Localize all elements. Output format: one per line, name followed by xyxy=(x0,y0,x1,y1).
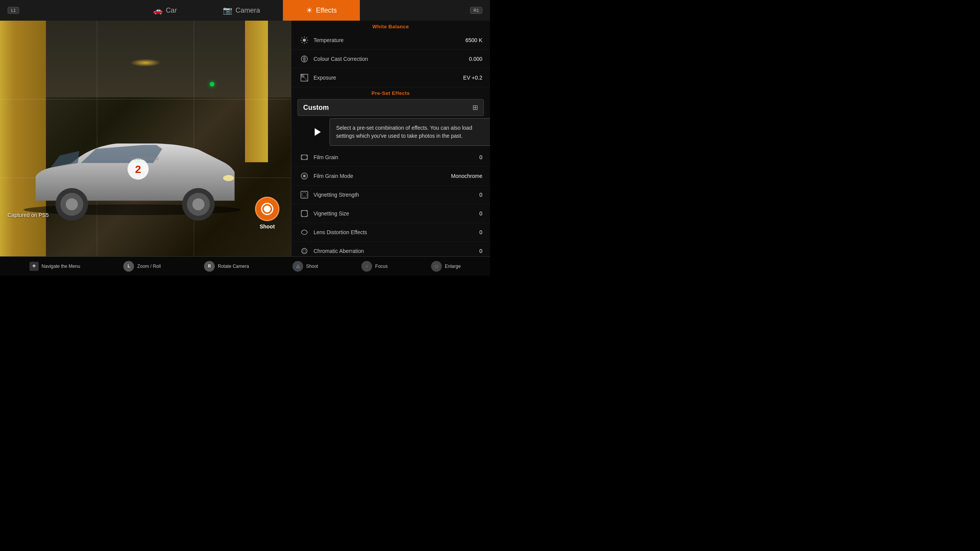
preset-value: Custom xyxy=(303,104,329,112)
lens-distortion-icon xyxy=(299,227,310,238)
film-grain-mode-value: Monochrome xyxy=(451,173,482,179)
svg-point-26 xyxy=(303,249,306,253)
content-area: 2 Mercedes-Benz Captured on PS5 xyxy=(0,21,490,256)
chromatic-aberration-icon xyxy=(299,246,310,256)
exposure-value: EV +0.2 xyxy=(463,75,482,81)
rotate-label: Rotate Camera xyxy=(218,264,249,269)
circle-button-icon: ○ xyxy=(361,261,372,272)
temperature-row[interactable]: Temperature 6500 K xyxy=(291,31,490,50)
svg-rect-24 xyxy=(301,210,307,217)
shoot-label: Shoot xyxy=(260,223,275,230)
temperature-icon xyxy=(299,35,310,46)
svg-rect-17 xyxy=(306,155,307,156)
temperature-value: 6500 K xyxy=(466,37,482,43)
zoom-label: Zoom / Roll xyxy=(137,264,160,269)
r-stick-icon: R xyxy=(204,261,215,272)
tooltip-text: Select a pre-set combination of effects.… xyxy=(336,125,472,139)
film-grain-row[interactable]: Film Grain 0 xyxy=(291,148,490,167)
colour-cast-label: Colour Cast Correction xyxy=(314,56,469,62)
camera-icon: 📷 xyxy=(223,6,232,15)
colour-cast-value: 0.000 xyxy=(469,56,482,62)
svg-point-1 xyxy=(303,39,306,42)
colour-cast-icon xyxy=(299,54,310,64)
svg-rect-23 xyxy=(302,192,307,197)
svg-line-9 xyxy=(302,42,302,43)
preset-section: Custom ⊞ Select a pre-set combination of… xyxy=(291,98,490,117)
lb-button[interactable]: L1 xyxy=(8,7,19,14)
preset-selector[interactable]: Custom ⊞ xyxy=(297,99,484,116)
cursor-arrow-icon xyxy=(315,128,321,136)
dpad-icon: ✛ xyxy=(29,262,39,271)
temperature-label: Temperature xyxy=(314,37,466,43)
film-grain-icon xyxy=(299,152,310,163)
tab-camera[interactable]: 📷 Camera xyxy=(200,0,283,21)
vignetting-strength-label: Vignetting Strength xyxy=(314,192,479,198)
exposure-icon xyxy=(299,72,310,83)
front-wheel-hub xyxy=(193,198,205,210)
enlarge-label: Enlarge xyxy=(445,264,461,269)
camera-view: 2 Mercedes-Benz Captured on PS5 xyxy=(0,21,291,256)
triangle-button-icon: △ xyxy=(292,261,303,272)
vignetting-strength-value: 0 xyxy=(479,192,482,198)
traffic-light xyxy=(210,82,214,86)
svg-line-6 xyxy=(302,37,302,38)
ambient-light xyxy=(130,59,161,67)
headlight xyxy=(223,175,234,181)
right-panel: White Balance Temperature 6500 K Colour … xyxy=(291,21,490,256)
camera-background: 2 Mercedes-Benz Captured on PS5 xyxy=(0,21,291,256)
chromatic-aberration-value: 0 xyxy=(479,248,482,254)
chromatic-aberration-label: Chromatic Aberration xyxy=(314,248,479,254)
exposure-row[interactable]: Exposure EV +0.2 xyxy=(291,68,490,87)
lens-distortion-label: Lens Distortion Effects xyxy=(314,229,479,235)
car-svg: 2 Mercedes-Benz xyxy=(11,103,253,226)
control-shoot: △ Shoot xyxy=(292,261,318,272)
vignetting-size-row[interactable]: Vignetting Size 0 xyxy=(291,204,490,223)
svg-point-21 xyxy=(304,175,305,177)
tab-effects[interactable]: ☀ Effects xyxy=(283,0,360,21)
svg-rect-18 xyxy=(306,158,307,160)
rb-button[interactable]: R1 xyxy=(470,7,482,14)
film-grain-mode-label: Film Grain Mode xyxy=(314,173,451,179)
focus-label: Focus xyxy=(375,264,388,269)
chromatic-aberration-row[interactable]: Chromatic Aberration 0 xyxy=(291,242,490,256)
film-grain-mode-row[interactable]: Film Grain Mode Monochrome xyxy=(291,167,490,186)
top-navigation: L1 🚗 Car 📷 Camera ☀ Effects R1 xyxy=(0,0,490,21)
car-icon: 🚗 xyxy=(153,6,163,15)
square-button-icon: □ xyxy=(431,261,442,272)
svg-rect-13 xyxy=(301,74,304,78)
rear-wheel-hub xyxy=(66,198,78,210)
vignetting-strength-row[interactable]: Vignetting Strength 0 xyxy=(291,186,490,204)
tab-camera-label: Camera xyxy=(235,7,260,15)
car-container: 2 Mercedes-Benz xyxy=(11,103,253,226)
tab-effects-label: Effects xyxy=(316,7,337,15)
svg-rect-15 xyxy=(301,155,302,156)
captured-label: Captured on PS5 xyxy=(8,212,49,218)
film-grain-value: 0 xyxy=(479,154,482,160)
lens-distortion-row[interactable]: Lens Distortion Effects 0 xyxy=(291,223,490,242)
l-stick-icon: L xyxy=(123,261,134,272)
control-rotate: R Rotate Camera xyxy=(204,261,249,272)
shoot-control-label: Shoot xyxy=(306,264,318,269)
vignetting-strength-icon xyxy=(299,189,310,200)
bottom-controls-bar: ✛ Navigate the Menu L Zoom / Roll R Rota… xyxy=(0,256,490,276)
film-grain-mode-icon xyxy=(299,171,310,181)
shoot-button-container: Shoot xyxy=(255,197,279,230)
svg-point-25 xyxy=(302,248,307,254)
lens-distortion-value: 0 xyxy=(479,229,482,235)
vignetting-size-icon xyxy=(299,208,310,219)
colour-cast-row[interactable]: Colour Cast Correction 0.000 xyxy=(291,50,490,68)
film-grain-label: Film Grain xyxy=(314,154,479,160)
white-balance-header: White Balance xyxy=(291,21,490,31)
tab-car[interactable]: 🚗 Car xyxy=(130,0,200,21)
svg-line-7 xyxy=(306,42,307,43)
control-zoom: L Zoom / Roll xyxy=(123,261,160,272)
camera-shutter-icon xyxy=(261,203,273,215)
vignetting-size-value: 0 xyxy=(479,210,482,217)
exposure-label: Exposure xyxy=(314,75,463,81)
preset-tooltip: Select a pre-set combination of effects.… xyxy=(330,118,490,146)
navigate-label: Navigate the Menu xyxy=(42,264,80,269)
race-number: 2 xyxy=(135,163,141,175)
control-navigate: ✛ Navigate the Menu xyxy=(29,262,80,271)
tab-car-label: Car xyxy=(166,7,177,15)
shoot-button[interactable] xyxy=(255,197,279,221)
